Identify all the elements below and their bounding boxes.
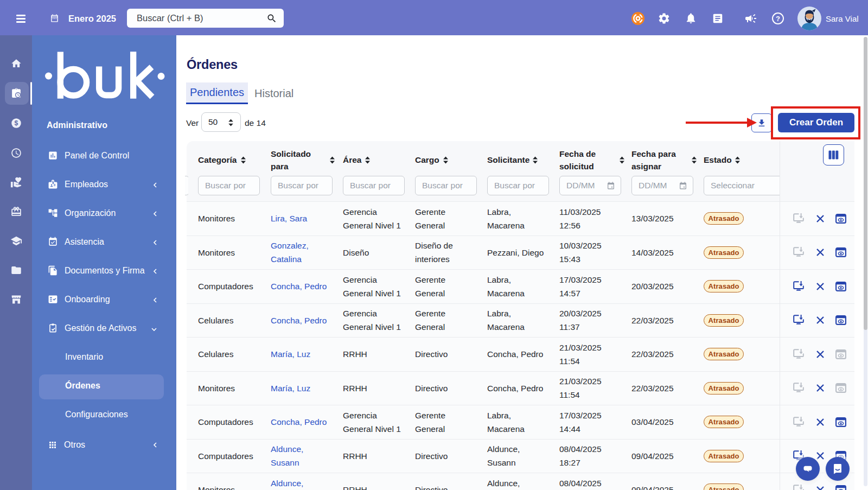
- svg-text:?: ?: [776, 15, 780, 23]
- svg-text:$: $: [14, 119, 18, 127]
